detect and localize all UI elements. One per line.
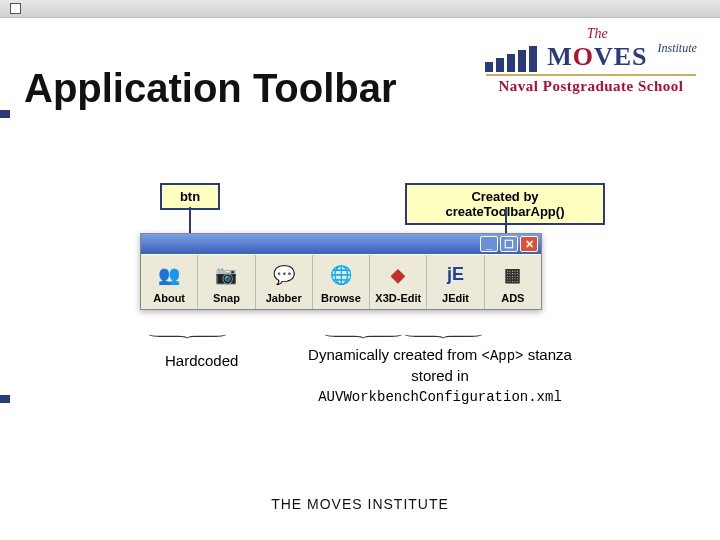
ads-icon: ▦	[499, 261, 527, 289]
toolbar-button-label: Snap	[213, 292, 240, 304]
window-minimize-button[interactable]: _	[480, 236, 498, 252]
side-tick-icon	[0, 110, 10, 118]
connector-line	[505, 207, 507, 235]
side-tick-icon	[0, 395, 10, 403]
toolbar-button-label: About	[153, 292, 185, 304]
logo-divider	[486, 74, 696, 76]
toolbar-button-ads[interactable]: ▦ADS	[485, 255, 541, 309]
logo-the: The	[587, 26, 608, 41]
dyn-pre: Dynamically created from	[308, 346, 481, 363]
toolbar-button-label: Jabber	[266, 292, 302, 304]
snap-icon: 📷	[212, 261, 240, 289]
toolbar-button-snap[interactable]: 📷Snap	[198, 255, 255, 309]
dyn-file-code: AUVWorkbenchConfiguration.xml	[318, 389, 562, 405]
logo-o: O	[573, 42, 594, 71]
toolbar-button-browse[interactable]: 🌐Browse	[313, 255, 370, 309]
corner-square-icon	[10, 3, 21, 14]
dynamic-label: Dynamically created from <App> stanza st…	[290, 345, 590, 407]
toolbar-button-label: JEdit	[442, 292, 469, 304]
toolbar-button-jabber[interactable]: 💬Jabber	[256, 255, 313, 309]
slide-top-bar	[0, 0, 720, 18]
logo-nps: Naval Postgraduate School	[486, 78, 696, 95]
x3d-edit-icon: ◆	[384, 261, 412, 289]
toolbar-button-label: ADS	[501, 292, 524, 304]
toolbar-button-about[interactable]: 👥About	[141, 255, 198, 309]
logo-ves: VES	[594, 42, 648, 71]
window-close-button[interactable]: ✕	[520, 236, 538, 252]
page-title: Application Toolbar	[24, 66, 397, 111]
toolbar-button-x3d-edit[interactable]: ◆X3D-Edit	[370, 255, 427, 309]
brace-icon: ︸	[146, 326, 226, 351]
toolbar-body: 👥About📷Snap💬Jabber🌐Browse◆X3D-EditjEJEdi…	[141, 254, 541, 309]
toolbar-button-label: X3D-Edit	[375, 292, 421, 304]
toolbar-window: _ ☐ ✕ 👥About📷Snap💬Jabber🌐Browse◆X3D-Edit…	[140, 233, 542, 310]
logo-m: M	[547, 42, 573, 71]
toolbar-button-label: Browse	[321, 292, 361, 304]
browse-icon: 🌐	[327, 261, 355, 289]
toolbar-button-jedit[interactable]: jEJEdit	[427, 255, 484, 309]
window-titlebar: _ ☐ ✕	[141, 234, 541, 254]
about-icon: 👥	[155, 261, 183, 289]
hardcoded-label: Hardcoded	[165, 352, 238, 369]
footer: THE MOVES INSTITUTE	[0, 496, 720, 512]
window-maximize-button[interactable]: ☐	[500, 236, 518, 252]
annotation-btn: btn	[160, 183, 220, 210]
moves-logo: The MOVES Institute Naval Postgraduate S…	[486, 24, 696, 95]
dyn-app-code: <App>	[482, 348, 524, 364]
logo-bars-icon	[485, 44, 537, 72]
logo-institute: Institute	[658, 41, 697, 56]
jedit-icon: jE	[442, 261, 470, 289]
jabber-icon: 💬	[270, 261, 298, 289]
